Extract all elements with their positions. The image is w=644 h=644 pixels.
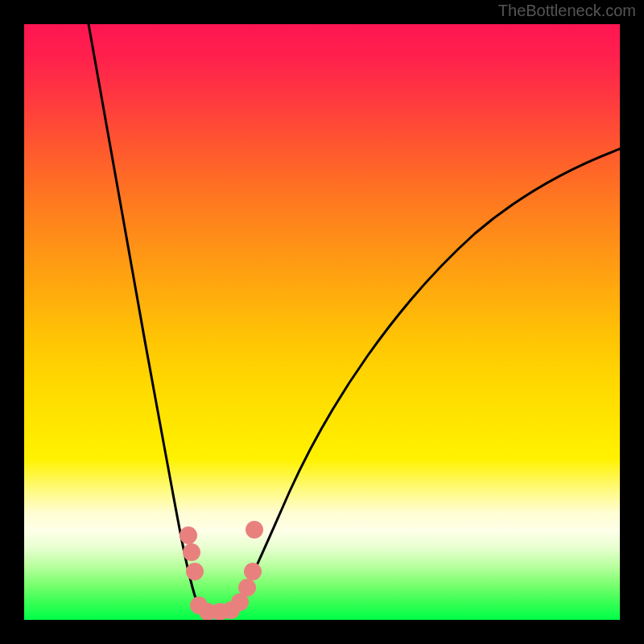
data-marker: [183, 543, 200, 561]
watermark-text: TheBottleneck.com: [498, 2, 636, 20]
data-marker: [180, 526, 197, 544]
plot-area: [24, 24, 620, 620]
curve-overlay: [24, 24, 620, 620]
data-marker: [246, 521, 263, 539]
chart-frame: TheBottleneck.com: [0, 0, 644, 644]
bottleneck-curve: [89, 24, 620, 613]
data-marker: [238, 579, 256, 597]
data-marker: [244, 563, 262, 580]
marker-cluster: [180, 521, 263, 620]
data-marker: [186, 563, 204, 580]
